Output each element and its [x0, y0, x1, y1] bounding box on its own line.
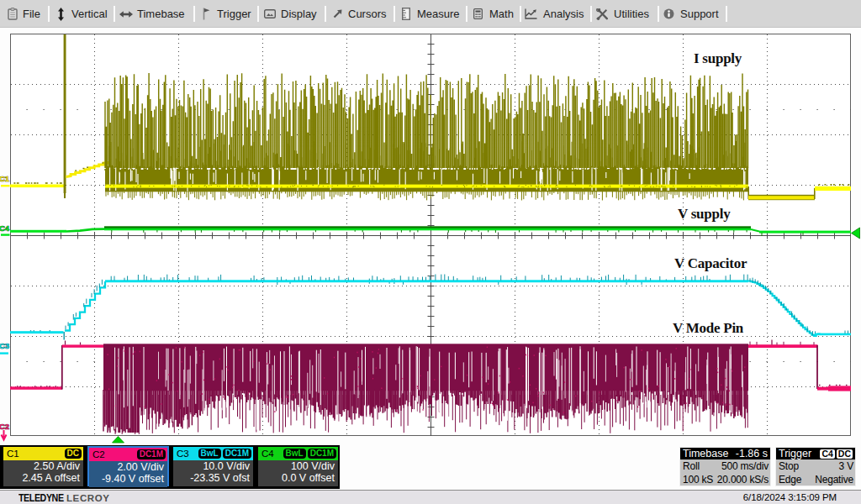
svg-text:C2: C2	[0, 422, 9, 431]
svg-text:V Capacitor: V Capacitor	[674, 255, 747, 271]
svg-text:V supply: V supply	[678, 206, 731, 222]
svg-text:V Mode Pin: V Mode Pin	[673, 320, 744, 336]
svg-text:C1: C1	[0, 174, 10, 183]
svg-text:C4: C4	[0, 223, 10, 233]
svg-text:I supply: I supply	[694, 50, 742, 66]
svg-text:C3: C3	[0, 341, 9, 350]
